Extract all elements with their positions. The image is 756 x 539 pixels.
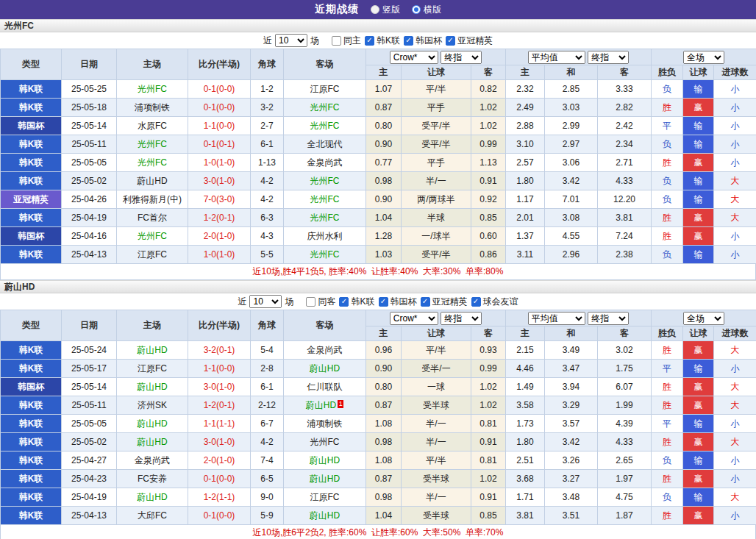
filter-checkbox-label: 同客 (318, 296, 335, 308)
away-team[interactable]: 金泉尚武 (284, 154, 366, 172)
away-team[interactable]: 蔚山HD (284, 451, 366, 470)
home-team[interactable]: 蔚山HD (117, 415, 188, 433)
home-team[interactable]: 光州FC (117, 227, 188, 246)
away-team[interactable]: 光州FC (284, 99, 366, 117)
scope-select[interactable]: 全场 (683, 312, 724, 325)
asian-home-odds: 0.87 (366, 99, 402, 117)
team-name: 江原FC (310, 84, 340, 94)
away-team[interactable]: 浦项制铁 (284, 415, 366, 433)
home-team[interactable]: 济州SK (117, 396, 188, 415)
away-team[interactable]: 蔚山HD (284, 360, 366, 378)
away-team[interactable]: 光州FC (284, 117, 366, 135)
home-team[interactable]: 蔚山HD (117, 378, 188, 396)
away-team[interactable]: 蔚山HD (284, 507, 366, 525)
filter-checkbox[interactable]: ✓亚冠精英 (446, 35, 493, 47)
checkbox-unchecked-icon[interactable] (332, 36, 341, 46)
filter-checkbox[interactable]: ✓韩国杯 (379, 296, 417, 308)
filter-checkbox[interactable]: ✓亚冠精英 (421, 296, 468, 308)
away-team[interactable]: 光州FC (284, 433, 366, 451)
filter-checkbox[interactable]: 同主 (332, 35, 361, 47)
euro-away-odds: 2.34 (598, 135, 652, 154)
result-handicap: 输 (683, 451, 714, 470)
asian-provider-select[interactable]: Crow* (390, 312, 438, 325)
checkbox-checked-icon[interactable]: ✓ (421, 297, 430, 307)
result-wdl: 胜 (652, 470, 683, 488)
matches-table: 类型 日期 主场 比分(半场) 角球 客场 Crow* 终指 平均值 终指 全场 (0, 310, 756, 525)
away-team[interactable]: 江原FC (284, 80, 366, 99)
euro-draw-odds: 3.47 (545, 360, 598, 378)
home-team[interactable]: 光州FC (117, 154, 188, 172)
euro-final-select[interactable]: 终指 (588, 312, 629, 325)
away-team[interactable]: 庆州水利 (284, 227, 366, 246)
scope-select[interactable]: 全场 (683, 51, 724, 64)
asian-final-select[interactable]: 终指 (441, 51, 482, 64)
away-team[interactable]: 金泉尚武 (284, 341, 366, 360)
home-team[interactable]: 蔚山HD (117, 488, 188, 507)
home-team[interactable]: 蔚山HD (117, 172, 188, 190)
filter-checkboxes: 同客✓韩K联✓韩国杯✓亚冠精英✓球会友谊 (302, 296, 518, 308)
asian-away-odds: 0.91 (471, 172, 506, 190)
asian-handicap: 平手 (402, 154, 471, 172)
filter-checkbox[interactable]: ✓韩K联 (339, 296, 374, 308)
checkbox-unchecked-icon[interactable] (306, 297, 315, 307)
checkbox-checked-icon[interactable]: ✓ (446, 36, 455, 46)
away-team[interactable]: 光州FC (284, 172, 366, 190)
away-team[interactable]: 蔚山HD (284, 470, 366, 488)
away-team[interactable]: 全北现代 (284, 135, 366, 154)
layout-radio-horizontal[interactable]: 横版 (412, 4, 441, 16)
layout-radio-vertical[interactable]: 竖版 (371, 4, 400, 16)
filter-checkbox[interactable]: 同客 (306, 296, 335, 308)
home-team[interactable]: 江原FC (117, 360, 188, 378)
home-team[interactable]: 蔚山HD (117, 433, 188, 451)
euro-provider-select[interactable]: 平均值 (528, 51, 585, 64)
away-team[interactable]: 江原FC (284, 488, 366, 507)
asian-home-odds: 0.90 (366, 135, 402, 154)
filter-checkbox[interactable]: ✓韩国杯 (404, 35, 442, 47)
asian-final-select[interactable]: 终指 (441, 312, 482, 325)
asian-home-odds: 0.90 (366, 360, 402, 378)
match-row: 韩K联25-05-17江原FC1-1(0-0)2-8蔚山HD0.90受半/一0.… (1, 360, 756, 378)
page-title: 近期战绩 (315, 3, 359, 16)
home-team[interactable]: 大邱FC (117, 507, 188, 525)
result-wdl: 胜 (652, 396, 683, 415)
match-count-select[interactable]: 10 (275, 34, 307, 47)
euro-provider-select[interactable]: 平均值 (528, 312, 585, 325)
checkbox-checked-icon[interactable]: ✓ (471, 297, 481, 307)
asian-provider-select[interactable]: Crow* (390, 51, 438, 64)
away-team[interactable]: 光州FC (284, 190, 366, 209)
match-score: 1-0(1-0) (188, 154, 251, 172)
home-team[interactable]: 利雅得新月(中) (117, 190, 188, 209)
filter-checkbox[interactable]: ✓球会友谊 (471, 296, 518, 308)
radio-selected-icon[interactable] (412, 5, 421, 14)
home-team[interactable]: 蔚山HD (117, 341, 188, 360)
league-type-badge: 韩K联 (1, 396, 62, 415)
subheader-result-handicap: 让球 (683, 65, 714, 80)
checkbox-checked-icon[interactable]: ✓ (379, 297, 388, 307)
result-goals: 小 (714, 360, 756, 378)
asian-away-odds: 0.85 (471, 507, 506, 525)
away-team[interactable]: 蔚山HD1 (284, 396, 366, 415)
home-team[interactable]: FC首尔 (117, 209, 188, 227)
filter-checkbox[interactable]: ✓韩K联 (365, 35, 400, 47)
home-team[interactable]: 江原FC (117, 246, 188, 264)
home-team[interactable]: 金泉尚武 (117, 451, 188, 470)
away-team[interactable]: 光州FC (284, 246, 366, 264)
euro-draw-odds: 2.96 (545, 246, 598, 264)
home-team[interactable]: 光州FC (117, 80, 188, 99)
home-team[interactable]: 水原FC (117, 117, 188, 135)
home-team[interactable]: 浦项制铁 (117, 99, 188, 117)
euro-home-odds: 3.58 (506, 396, 545, 415)
subheader-asian-home: 主 (366, 326, 402, 341)
match-count-select[interactable]: 10 (249, 295, 282, 308)
radio-unselected-icon[interactable] (371, 5, 379, 14)
corner-score: 6-3 (251, 209, 284, 227)
away-team[interactable]: 仁川联队 (284, 378, 366, 396)
match-score: 1-1(0-0) (188, 360, 251, 378)
euro-final-select[interactable]: 终指 (588, 51, 629, 64)
checkbox-checked-icon[interactable]: ✓ (404, 36, 413, 46)
away-team[interactable]: 光州FC (284, 209, 366, 227)
checkbox-checked-icon[interactable]: ✓ (339, 297, 349, 307)
home-team[interactable]: 光州FC (117, 135, 188, 154)
home-team[interactable]: FC安养 (117, 470, 188, 488)
checkbox-checked-icon[interactable]: ✓ (365, 36, 374, 46)
